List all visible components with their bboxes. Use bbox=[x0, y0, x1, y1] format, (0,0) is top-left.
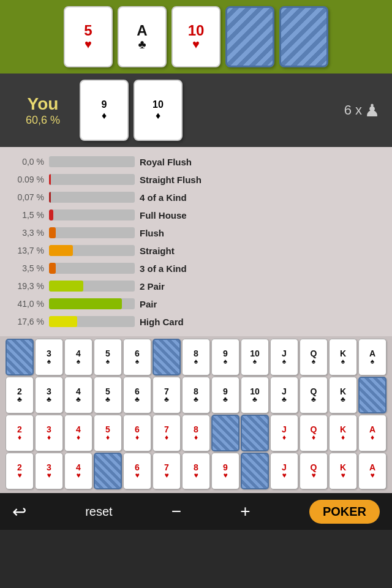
pick-card-spade-q[interactable]: Q♠ bbox=[300, 339, 328, 375]
pick-card-spade-5[interactable]: 5♠ bbox=[94, 339, 122, 375]
pick-card-diamond-3[interactable]: 3♦ bbox=[35, 415, 63, 451]
pick-card-heart-2[interactable]: 2♥ bbox=[6, 453, 34, 489]
pick-card-diamond-5[interactable]: 5♦ bbox=[94, 415, 122, 451]
pick-card-spade-j[interactable]: J♠ bbox=[270, 339, 298, 375]
pick-card-club-7[interactable]: 7♣ bbox=[153, 377, 181, 413]
pick-card-heart-k[interactable]: K♥ bbox=[329, 453, 357, 489]
stat-pct: 0,0 % bbox=[6, 157, 49, 167]
opponents-count: 6 x ♟ bbox=[344, 100, 380, 121]
pick-card-club-10[interactable]: 10♣ bbox=[241, 377, 269, 413]
pick-card-heart-7[interactable]: 7♥ bbox=[153, 453, 181, 489]
pick-card-spade-a[interactable]: A♠ bbox=[358, 339, 386, 375]
pick-card-heart-j[interactable]: J♥ bbox=[270, 453, 298, 489]
player-percentage: 60,6 % bbox=[26, 114, 60, 127]
pick-card-heart-4[interactable]: 4♥ bbox=[64, 453, 92, 489]
pick-card-club-5[interactable]: 5♣ bbox=[94, 377, 122, 413]
stat-bar-container bbox=[49, 298, 135, 309]
community-card-2[interactable]: A ♣ bbox=[118, 6, 167, 67]
stat-bar bbox=[49, 209, 53, 221]
pick-card-club-8[interactable]: 8♣ bbox=[182, 377, 210, 413]
pick-card-diamond-q[interactable]: Q♦ bbox=[300, 415, 328, 451]
pick-card-heart-3[interactable]: 3♥ bbox=[35, 453, 63, 489]
pick-card-heart-8[interactable]: 8♥ bbox=[182, 453, 210, 489]
pick-card-diamond-sel2[interactable] bbox=[241, 415, 269, 451]
pick-card-spade-selected[interactable] bbox=[6, 339, 34, 375]
stat-pct: 3,5 % bbox=[6, 263, 49, 273]
pick-card-spade-9[interactable]: 9♠ bbox=[211, 339, 239, 375]
minus-button[interactable]: − bbox=[172, 502, 181, 521]
pick-card-heart-q[interactable]: Q♥ bbox=[300, 453, 328, 489]
pick-card-spade-4[interactable]: 4♠ bbox=[64, 339, 92, 375]
pick-card-heart-9[interactable]: 9♥ bbox=[211, 453, 239, 489]
diamonds-row: 2♦ 3♦ 4♦ 5♦ 6♦ 7♦ 8♦ J♦ Q♦ K♦ A♦ bbox=[1, 415, 391, 451]
stat-pct: 0,07 % bbox=[6, 192, 49, 202]
stat-pct: 0.09 % bbox=[6, 175, 49, 184]
spades-row: 3♠ 4♠ 5♠ 6♠ 8♠ 9♠ 10♠ J♠ Q♠ K♠ A♠ bbox=[1, 339, 391, 375]
stat-pct: 13,7 % bbox=[6, 246, 49, 255]
stat-bar bbox=[49, 316, 77, 327]
stat-pct: 3,3 % bbox=[6, 228, 49, 238]
back-button[interactable]: ↩ bbox=[12, 502, 26, 522]
hole-card-2[interactable]: 10 ♦ bbox=[134, 80, 183, 141]
pick-card-spade-8[interactable]: 8♠ bbox=[182, 339, 210, 375]
pick-card-club-q[interactable]: Q♣ bbox=[300, 377, 328, 413]
pick-card-club-j[interactable]: J♣ bbox=[270, 377, 298, 413]
pick-card-diamond-8[interactable]: 8♦ bbox=[182, 415, 210, 451]
stat-row-pair: 41,0 % Pair bbox=[6, 296, 386, 312]
pick-card-diamond-k[interactable]: K♦ bbox=[329, 415, 357, 451]
community-card-4[interactable] bbox=[225, 6, 274, 67]
pick-card-club-end[interactable] bbox=[358, 377, 386, 413]
pick-card-heart-a[interactable]: A♥ bbox=[358, 453, 386, 489]
pick-card-club-2[interactable]: 2♣ bbox=[6, 377, 34, 413]
player-icon: ♟ bbox=[364, 100, 380, 121]
community-cards-area: 5 ♥ A ♣ 10 ♥ bbox=[0, 0, 392, 74]
stat-label: Straight Flush bbox=[140, 175, 202, 185]
pick-card-diamond-a[interactable]: A♦ bbox=[358, 415, 386, 451]
card-rank: 9 bbox=[102, 99, 107, 110]
pick-card-spade-k[interactable]: K♠ bbox=[329, 339, 357, 375]
stat-bar bbox=[49, 174, 51, 185]
community-card-1[interactable]: 5 ♥ bbox=[64, 6, 113, 67]
pick-card-diamond-2[interactable]: 2♦ bbox=[6, 415, 34, 451]
stat-bar-container bbox=[49, 192, 135, 203]
stat-bar-container bbox=[49, 209, 135, 221]
pick-card-club-3[interactable]: 3♣ bbox=[35, 377, 63, 413]
stat-label: Royal Flush bbox=[140, 157, 192, 167]
pick-card-club-k[interactable]: K♣ bbox=[329, 377, 357, 413]
pick-card-spade-6[interactable]: 6♠ bbox=[123, 339, 151, 375]
stat-label: Full House bbox=[140, 210, 187, 221]
card-suit: ♥ bbox=[85, 38, 92, 50]
stat-label: 2 Pair bbox=[140, 281, 165, 292]
stat-row-high-card: 17,6 % High Card bbox=[6, 314, 386, 330]
pick-card-diamond-sel1[interactable] bbox=[211, 415, 239, 451]
pick-card-diamond-6[interactable]: 6♦ bbox=[123, 415, 151, 451]
pick-card-heart-sel1[interactable] bbox=[94, 453, 122, 489]
opponents-info: 6 x ♟ bbox=[344, 100, 380, 121]
stat-row-flush: 3,3 % Flush bbox=[6, 225, 386, 241]
card-suit: ♦ bbox=[102, 110, 107, 121]
pick-card-heart-6[interactable]: 6♥ bbox=[123, 453, 151, 489]
hole-card-1[interactable]: 9 ♦ bbox=[80, 80, 129, 141]
reset-button[interactable]: reset bbox=[85, 505, 112, 519]
pick-card-diamond-7[interactable]: 7♦ bbox=[153, 415, 181, 451]
stat-row-four-kind: 0,07 % 4 of a Kind bbox=[6, 189, 386, 205]
stat-bar bbox=[49, 298, 122, 309]
stat-pct: 19,3 % bbox=[6, 281, 49, 291]
pick-card-club-4[interactable]: 4♣ bbox=[64, 377, 92, 413]
poker-button[interactable]: POKER bbox=[309, 500, 380, 524]
community-card-5[interactable] bbox=[279, 6, 328, 67]
community-card-3[interactable]: 10 ♥ bbox=[172, 6, 221, 67]
stat-row-royal-flush: 0,0 % Royal Flush bbox=[6, 154, 386, 170]
pick-card-spade-10[interactable]: 10♠ bbox=[241, 339, 269, 375]
pick-card-club-6[interactable]: 6♣ bbox=[123, 377, 151, 413]
pick-card-heart-sel2[interactable] bbox=[241, 453, 269, 489]
pick-card-diamond-4[interactable]: 4♦ bbox=[64, 415, 92, 451]
pick-card-spade-selected2[interactable] bbox=[153, 339, 181, 375]
stat-row-full-house: 1,5 % Full House bbox=[6, 207, 386, 223]
pick-card-diamond-j[interactable]: J♦ bbox=[270, 415, 298, 451]
stat-pct: 1,5 % bbox=[6, 210, 49, 220]
pick-card-spade-3[interactable]: 3♠ bbox=[35, 339, 63, 375]
player-hole-cards: 9 ♦ 10 ♦ bbox=[80, 80, 183, 141]
plus-button[interactable]: + bbox=[240, 502, 250, 521]
pick-card-club-9[interactable]: 9♣ bbox=[211, 377, 239, 413]
